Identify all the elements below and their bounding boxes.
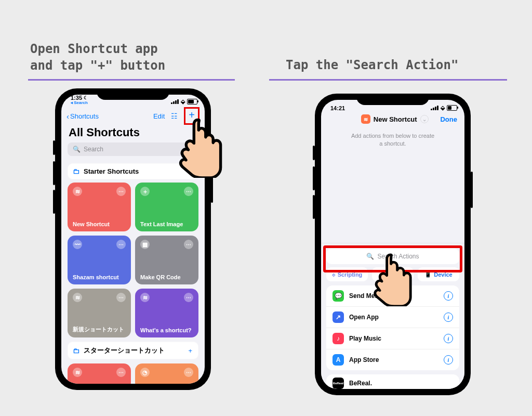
info-icon[interactable]: i [444, 334, 453, 343]
list-item[interactable]: AApp Storei [326, 349, 459, 370]
shortcuts-grid: ≋⋯◔⋯ [61, 363, 205, 384]
app-icon: ↗ [332, 311, 344, 323]
search-placeholder: Search [84, 146, 103, 153]
app-icon: A [332, 354, 344, 366]
list-item[interactable]: ♪Play Musici [326, 328, 459, 349]
app-icon: ♪ [332, 333, 344, 344]
list-item-label: Open App [349, 314, 379, 321]
section-title: Starter Shortcuts [84, 167, 139, 175]
category-label: Device [434, 271, 452, 278]
phone-notch [97, 88, 169, 100]
shortcut-tile[interactable]: ≋⋯ [68, 363, 131, 384]
tile-more-icon[interactable]: ⋯ [184, 240, 193, 249]
back-crumb[interactable]: ◂ Search [71, 100, 88, 105]
hand-pointer-icon [177, 117, 223, 178]
tile-more-icon[interactable]: ⋯ [116, 240, 126, 249]
chevron-down-icon: ⌄ [420, 115, 429, 123]
moon-icon: ☾ [84, 95, 88, 100]
phone-side-button [313, 146, 315, 160]
shortcut-app-icon: ≋ [361, 114, 370, 124]
category-icon: ⟐ [332, 271, 336, 278]
tile-label: 新規ショートカット [73, 326, 124, 333]
tile-icon: ▦ [140, 240, 150, 249]
tile-more-icon[interactable]: ⋯ [184, 187, 193, 196]
tile-icon: ≋ [73, 187, 82, 196]
done-button[interactable]: Done [440, 115, 457, 123]
tile-label: Make QR Code [140, 274, 181, 280]
tile-label: Shazam shortcut [73, 274, 119, 280]
section-starter-shortcuts-jp[interactable]: 🗀 スターターショートカット + [68, 342, 198, 359]
phone-side-button [471, 172, 473, 208]
hand-pointer-icon [371, 252, 413, 306]
tile-icon: 〰 [73, 240, 82, 249]
section-title: スターターショートカット [84, 346, 165, 355]
shortcut-tile[interactable]: ≋⋯新規ショートカット [68, 289, 131, 337]
chevron-left-icon: ‹ [66, 112, 69, 121]
wifi-icon: ⬙ [181, 98, 185, 105]
phone-step2: 14:21 ⬙ ≋ New Shortcut ⌄ Done Add action… [315, 94, 471, 395]
phone-side-button [53, 190, 55, 214]
shortcut-tile[interactable]: 〰⋯Shazam shortcut [68, 236, 131, 284]
phone-side-button [53, 161, 55, 185]
battery-icon [447, 105, 457, 111]
phone-side-button [313, 166, 315, 190]
category-icon: 📱 [424, 271, 432, 278]
signal-icon [171, 99, 179, 104]
tile-more-icon[interactable]: ⋯ [116, 293, 126, 302]
category-pill-device[interactable]: 📱Device [418, 267, 459, 281]
step2-caption: Tap the "Search Action" [286, 57, 458, 73]
shortcuts-grid: ≋⋯New Shortcut＋⋯Text Last Image〰⋯Shazam … [61, 183, 205, 337]
nav-back-button[interactable]: ‹ Shortcuts [66, 112, 99, 121]
hint-text: Add actions from below to create a short… [321, 126, 464, 148]
shortcut-title[interactable]: ≋ New Shortcut ⌄ [361, 114, 429, 124]
tile-icon: ◔ [140, 368, 150, 377]
status-time: 14:21 [330, 105, 345, 111]
list-item-label: BeReal. [349, 380, 372, 387]
signal-icon [431, 106, 438, 110]
folder-icon: 🗀 [73, 167, 79, 175]
list-item[interactable]: BeReal BeReal. [326, 374, 459, 389]
tile-label: New Shortcut [73, 221, 110, 227]
section-add-button[interactable]: + [188, 347, 192, 355]
tile-more-icon[interactable]: ⋯ [184, 368, 193, 377]
list-item-label: Play Music [349, 335, 381, 342]
tile-icon: ＋ [140, 187, 150, 196]
search-icon: 🔍 [73, 146, 81, 153]
shortcut-tile[interactable]: ▦⋯Make QR Code [135, 236, 198, 284]
step1-caption: Open Shortcut app and tap "+" button [30, 41, 165, 74]
category-pill-scripting[interactable]: ⟐Scripting [326, 267, 368, 281]
bereal-icon: BeReal [332, 378, 344, 389]
tile-label: Text Last Image [140, 221, 183, 227]
category-label: Scripting [338, 271, 363, 278]
list-item[interactable]: ↗Open Appi [326, 306, 459, 328]
info-icon[interactable]: i [444, 355, 453, 365]
folder-icon: 🗀 [73, 347, 79, 355]
tile-icon: ≋ [140, 293, 150, 302]
info-icon[interactable]: i [444, 313, 453, 322]
shortcut-tile[interactable]: ◔⋯ [135, 363, 198, 384]
phone-side-button [53, 140, 55, 155]
shortcut-tile[interactable]: ＋⋯Text Last Image [135, 183, 198, 231]
screen-step2: 14:21 ⬙ ≋ New Shortcut ⌄ Done Add action… [321, 100, 464, 389]
step1-caption-underline [28, 79, 235, 81]
phone-side-button [313, 195, 315, 219]
shortcut-tile[interactable]: ≋⋯New Shortcut [68, 183, 131, 231]
tile-more-icon[interactable]: ⋯ [116, 368, 126, 377]
step2-caption-underline [269, 79, 507, 81]
edit-button[interactable]: Edit [153, 112, 165, 120]
shortcut-tile[interactable]: ≋⋯What's a shortcut? [135, 289, 198, 337]
shortcut-title-label: New Shortcut [374, 115, 417, 123]
tile-more-icon[interactable]: ⋯ [116, 187, 126, 196]
wifi-icon: ⬙ [441, 105, 445, 111]
phone-notch [356, 94, 429, 105]
list-item-label: App Store [349, 356, 379, 363]
nav-row: ≋ New Shortcut ⌄ Done [321, 111, 464, 126]
tile-label: What's a shortcut? [140, 327, 192, 333]
tile-more-icon[interactable]: ⋯ [184, 293, 193, 302]
tile-icon: ≋ [73, 293, 82, 302]
battery-icon [187, 99, 197, 105]
nav-back-label: Shortcuts [70, 112, 99, 120]
tile-icon: ≋ [73, 368, 82, 377]
info-icon[interactable]: i [444, 291, 453, 301]
app-icon: 💬 [332, 290, 344, 302]
